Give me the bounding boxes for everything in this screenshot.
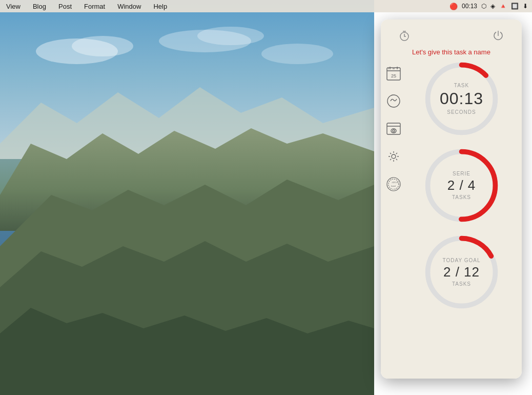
settings-icon[interactable] (384, 147, 403, 166)
panel-inner: 25 (381, 59, 522, 379)
svg-point-8 (72, 36, 133, 56)
panel-sidebar: 25 (381, 59, 406, 379)
svg-text:25: 25 (391, 73, 396, 78)
system-icon-5[interactable]: ⬇ (523, 3, 528, 10)
panel-top-bar (381, 19, 522, 44)
svg-text:ATOX: ATOX (392, 181, 399, 184)
svg-point-28 (388, 179, 399, 189)
task-name-prompt[interactable]: Let's give this task a name (412, 48, 490, 56)
menu-blog[interactable]: Blog (31, 3, 48, 10)
power-button[interactable] (490, 28, 506, 44)
menu-window[interactable]: Window (115, 3, 143, 10)
menu-view[interactable]: View (4, 3, 23, 10)
serie-value: 2 / 4 (447, 177, 476, 193)
system-icon-2[interactable]: ◈ (490, 3, 495, 10)
task-label-bottom: SECONDS (447, 109, 476, 115)
system-icon-1[interactable]: ⬡ (481, 3, 486, 10)
svg-point-10 (197, 27, 264, 45)
today-goal-widget[interactable]: TODAY GOAL 2 / 12 TASKS (422, 232, 501, 312)
panel-main: TASK 00:13 SECONDS SERIE 2 / 4 TASKS (406, 59, 522, 379)
menu-post[interactable]: Post (56, 3, 74, 10)
calendar-icon[interactable]: 25 (384, 64, 403, 83)
svg-point-24 (391, 129, 396, 133)
svg-text:brand: brand (391, 185, 396, 187)
view-icon[interactable] (384, 120, 403, 138)
system-icon-4[interactable]: 🔲 (511, 3, 519, 10)
timer-button[interactable] (396, 28, 413, 44)
serie-label-top: SERIE (453, 171, 470, 176)
background (0, 0, 374, 395)
brand-icon[interactable]: ATOX brand (384, 175, 403, 193)
svg-point-26 (392, 154, 396, 159)
task-timer-value: 00:13 (440, 89, 483, 108)
menu-format[interactable]: Format (82, 3, 107, 10)
today-goal-value: 2 / 12 (443, 264, 480, 280)
task-label-top: TASK (454, 83, 469, 88)
serie-widget[interactable]: SERIE 2 / 4 TASKS (422, 146, 501, 225)
svg-point-21 (387, 95, 400, 107)
stats-icon[interactable] (384, 92, 403, 110)
svg-point-25 (393, 130, 395, 132)
today-goal-label-top: TODAY GOAL (443, 258, 481, 263)
today-goal-inner: TODAY GOAL 2 / 12 TASKS (443, 258, 481, 287)
system-icon-3[interactable]: 🔺 (499, 3, 507, 10)
task-timer-inner: TASK 00:13 SECONDS (440, 83, 483, 115)
app-panel: Let's give this task a name 25 (381, 19, 522, 379)
menubar-right: 🔴 00:13 ⬡ ◈ 🔺 🔲 ⬇ (449, 3, 528, 10)
menu-help[interactable]: Help (151, 3, 169, 10)
svg-point-11 (261, 44, 333, 64)
activity-monitor-icon[interactable]: 🔴 (449, 3, 458, 10)
svg-point-27 (387, 177, 400, 191)
serie-inner: SERIE 2 / 4 TASKS (447, 171, 476, 200)
clock-display: 00:13 (462, 3, 477, 10)
serie-label-bottom: TASKS (452, 194, 471, 200)
task-timer-widget[interactable]: TASK 00:13 SECONDS (422, 59, 501, 139)
today-goal-label-bottom: TASKS (452, 281, 471, 287)
menubar: View Blog Post Format Window Help 🔴 00:1… (0, 0, 532, 12)
